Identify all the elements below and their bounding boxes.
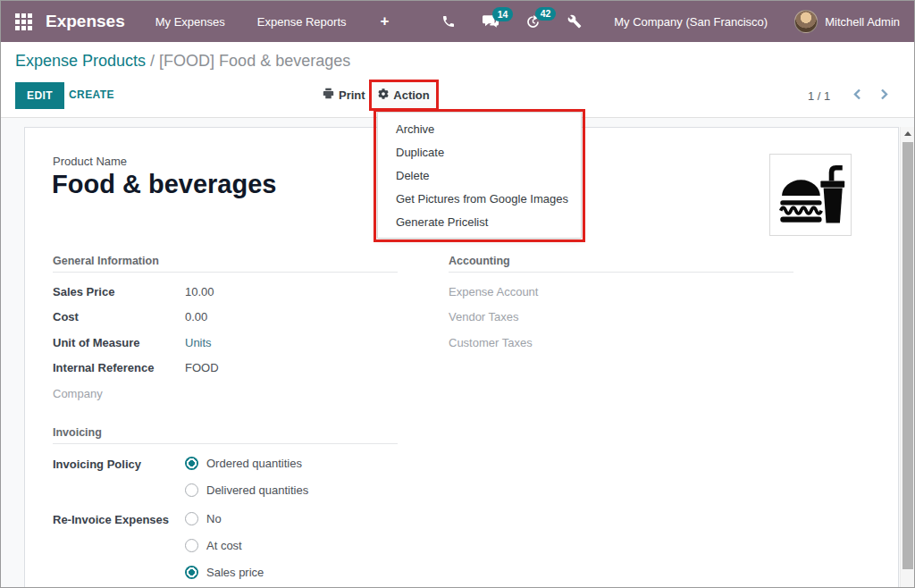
scroll-up-arrow-icon[interactable] [901,127,914,140]
product-image[interactable] [769,154,852,236]
radio-option-at-cost[interactable]: At cost [185,533,264,559]
radio-icon[interactable] [185,483,198,497]
top-navbar: Expenses My Expenses Expense Reports + 1… [1,1,914,42]
field-value: 10.00 [185,285,214,298]
radio-icon[interactable] [185,539,198,552]
field-company: Company [53,381,398,407]
radio-option-no[interactable]: No [185,506,264,533]
menu-my-expenses[interactable]: My Expenses [155,15,225,29]
field-customer-taxes: Customer Taxes [449,330,793,356]
right-column: Accounting Expense Account Vendor Taxes … [449,255,793,356]
pager-previous-icon[interactable] [852,88,861,103]
apps-grid-icon[interactable] [15,13,32,30]
field-value-link[interactable]: Units [185,336,212,349]
activities-icon[interactable]: 42 [525,14,541,29]
edit-button[interactable]: EDIT [15,82,64,109]
field-label: Customer Taxes [449,336,581,349]
scrollbar-thumb[interactable] [902,142,913,569]
radio-option-delivered-quantities[interactable]: Delivered quantities [185,477,308,504]
action-dropdown-menu: Archive Duplicate Delete Get Pictures fr… [377,112,582,239]
user-name[interactable]: Mitchell Admin [825,15,900,29]
breadcrumb: Expense Products / [FOOD] Food & beverag… [15,52,350,71]
field-label: Re-Invoice Expenses [53,506,185,586]
radio-label: No [206,512,222,525]
field-unit-of-measure: Unit of Measure Units [53,330,398,356]
create-button[interactable]: CREATE [69,88,114,101]
radio-icon[interactable] [185,512,198,525]
control-panel: Expense Products / [FOOD] Food & beverag… [1,42,914,118]
field-label: Sales Price [53,285,185,298]
add-menu-button[interactable]: + [381,13,390,30]
field-label: Vendor Taxes [449,310,581,323]
radio-label: Ordered quantities [206,457,302,470]
pager-value: 1 / 1 [808,89,830,103]
field-value: FOOD [185,361,219,374]
menu-item-delete[interactable]: Delete [378,164,581,188]
field-expense-account: Expense Account [449,279,793,305]
radio-option-ordered-quantities[interactable]: Ordered quantities [185,450,308,477]
company-switcher[interactable]: My Company (San Francisco) [614,15,768,29]
activities-count-badge: 42 [535,7,556,21]
user-avatar[interactable] [794,10,818,33]
menu-expense-reports[interactable]: Expense Reports [257,15,347,29]
phone-icon[interactable] [441,14,456,29]
field-label: Unit of Measure [53,336,185,349]
tools-icon[interactable] [567,14,582,29]
radio-icon[interactable] [185,566,198,579]
field-invoicing-policy: Invoicing Policy Ordered quantities Deli… [53,450,398,504]
section-accounting: Accounting [449,255,793,273]
breadcrumb-parent[interactable]: Expense Products [15,52,146,70]
field-label: Expense Account [449,285,581,298]
action-label: Action [393,88,429,102]
action-button[interactable]: Action [369,80,439,111]
breadcrumb-separator: / [146,52,159,70]
product-name-label: Product Name [53,155,127,168]
section-general-information: General Information [53,255,398,273]
menu-item-archive[interactable]: Archive [378,118,581,141]
field-label: Invoicing Policy [53,450,185,504]
field-reinvoice-expenses: Re-Invoice Expenses No At cost Sales pri… [53,506,398,586]
menu-item-get-pictures[interactable]: Get Pictures from Google Images [378,188,581,211]
print-label: Print [339,88,365,102]
left-column: General Information Sales Price 10.00 Co… [53,255,398,588]
radio-option-sales-price[interactable]: Sales price [185,559,264,586]
print-button[interactable]: Print [323,88,365,102]
radio-label: Sales price [206,566,264,579]
field-value: 0.00 [185,310,207,323]
radio-label: At cost [206,539,242,552]
radio-group-invoicing-policy: Ordered quantities Delivered quantities [185,450,308,504]
radio-label: Delivered quantities [206,483,308,497]
radio-group-reinvoice-expenses: No At cost Sales price [185,506,264,586]
menu-item-duplicate[interactable]: Duplicate [378,141,581,164]
field-vendor-taxes: Vendor Taxes [449,305,793,331]
field-label: Cost [53,310,185,323]
pager-next-icon[interactable] [880,88,889,103]
menu-item-generate-pricelist[interactable]: Generate Pricelist [378,211,581,234]
section-invoicing: Invoicing [53,426,398,444]
product-name-value: Food & beverages [52,170,276,199]
burger-drink-icon [776,159,845,231]
messages-icon[interactable]: 14 [483,14,499,29]
radio-icon[interactable] [185,457,198,470]
field-label: Internal Reference [53,361,185,374]
field-label: Company [53,387,185,400]
breadcrumb-current: [FOOD] Food & beverages [159,52,350,70]
field-internal-reference: Internal Reference FOOD [53,356,398,382]
gear-icon [378,88,389,102]
app-name[interactable]: Expenses [46,12,125,31]
app-window: Expenses My Expenses Expense Reports + 1… [0,0,915,588]
field-cost: Cost 0.00 [53,305,398,331]
messages-count-badge: 14 [492,7,513,21]
field-sales-price: Sales Price 10.00 [53,279,398,305]
printer-icon [323,88,334,102]
vertical-scrollbar[interactable] [900,127,914,588]
